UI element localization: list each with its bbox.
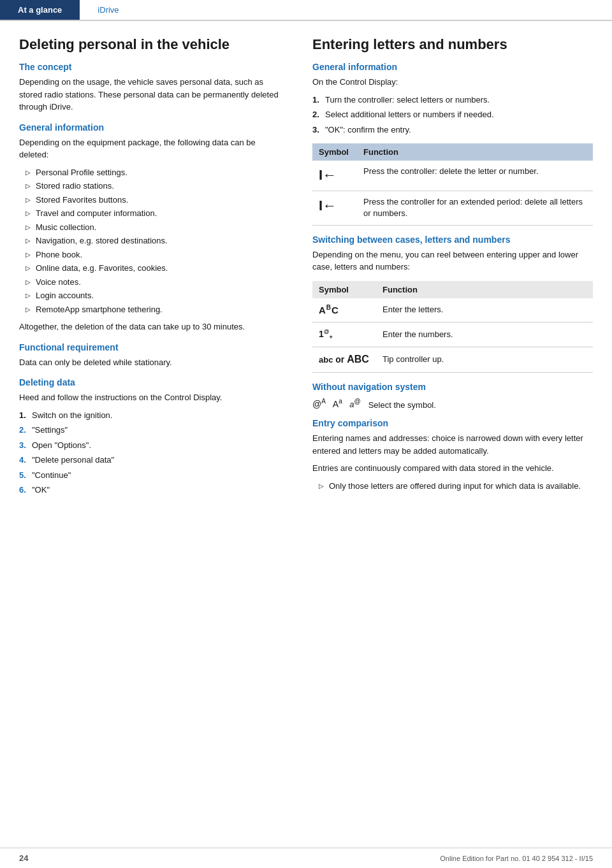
general-info-list: Personal Profile settings. Stored radio … — [19, 166, 287, 316]
functional-req-heading: Functional requirement — [19, 342, 287, 352]
without-nav-section: @A Aa a@ Select the symbol. — [312, 398, 593, 410]
num-symbol: 1@+ — [319, 328, 333, 342]
table-row: I← Press the controller: delete the lett… — [312, 161, 593, 191]
switch-table: Symbol Function ABC Enter the letters. — [312, 281, 593, 373]
function-cell: Enter the numbers. — [376, 322, 593, 347]
symbol-cell: abc or ABC — [312, 347, 376, 372]
function-col-header: Function — [376, 281, 593, 298]
entry-comparison-para1: Entering names and addresses: choice is … — [312, 432, 593, 457]
page-number: 24 — [19, 853, 28, 863]
table-row: I← Press the controller for an extended … — [312, 191, 593, 225]
function-cell: Press the controller: delete the letter … — [357, 161, 593, 191]
main-content: Deleting personal in the vehicle The con… — [0, 21, 612, 517]
list-item: RemoteApp smartphone tethering. — [19, 303, 287, 316]
general-info-intro: Depending on the equipment package, the … — [19, 136, 287, 161]
right-general-info-steps: 1. Turn the controller: select letters o… — [312, 94, 593, 136]
concept-text: Depending on the usage, the vehicle save… — [19, 76, 287, 113]
list-item: Voice notes. — [19, 276, 287, 289]
entry-comparison-para2: Entries are continuously compared with d… — [312, 462, 593, 475]
function-cell: Press the controller for an extended per… — [357, 191, 593, 225]
list-item: Navigation, e.g. stored destinations. — [19, 235, 287, 247]
symbol-col-header: Symbol — [312, 281, 376, 298]
right-general-info-heading: General information — [312, 62, 593, 72]
list-item: Stored radio stations. — [19, 180, 287, 192]
left-main-title: Deleting personal in the vehicle — [19, 36, 287, 53]
list-item: Music collection. — [19, 221, 287, 234]
list-item: Travel and computer information. — [19, 207, 287, 220]
list-item: Login accounts. — [19, 289, 287, 302]
step-item: 4. "Delete personal data" — [19, 454, 287, 467]
table-row: ABC Enter the letters. — [312, 298, 593, 322]
list-item: Personal Profile settings. — [19, 166, 287, 179]
step-item: 5. "Continue" — [19, 469, 287, 482]
symbol-table: Symbol Function I← Press the controller:… — [312, 143, 593, 225]
entry-comparison-heading: Entry comparison — [312, 418, 593, 428]
step-item: 2. Select additional letters or numbers … — [312, 108, 593, 121]
step-item: 1. Switch on the ignition. — [19, 409, 287, 422]
symbol-cell: I← — [312, 161, 357, 191]
concept-heading: The concept — [19, 62, 287, 72]
functional-req-text: Data can only be deleted while stationar… — [19, 356, 287, 369]
symbol-cell: I← — [312, 191, 357, 225]
list-item: Online data, e.g. Favorites, cookies. — [19, 262, 287, 275]
list-item: Phone book. — [19, 249, 287, 261]
right-general-info-intro: On the Control Display: — [312, 76, 593, 89]
symbol-cell: ABC — [312, 298, 376, 322]
header-tabs: At a glance iDrive — [0, 0, 612, 21]
deleting-data-heading: Deleting data — [19, 377, 287, 387]
step-item: 6. "OK" — [19, 484, 287, 496]
step-item: 3. "OK": confirm the entry. — [312, 124, 593, 136]
function-col-header: Function — [357, 143, 593, 161]
left-general-info-heading: General information — [19, 122, 287, 133]
without-nav-text: Select the symbol. — [368, 400, 436, 409]
right-column: Entering letters and numbers General inf… — [312, 36, 593, 502]
footer-text: Online Edition for Part no. 01 40 2 954 … — [440, 855, 593, 862]
switching-heading: Switching between cases, letters and num… — [312, 235, 593, 245]
step-item: 2. "Settings" — [19, 424, 287, 437]
table-row: 1@+ Enter the numbers. — [312, 322, 593, 347]
right-main-title: Entering letters and numbers — [312, 36, 593, 53]
step-item: 1. Turn the controller: select letters o… — [312, 94, 593, 106]
footer: 24 Online Edition for Part no. 01 40 2 9… — [0, 848, 612, 868]
table-row: abc or ABC Tip controller up. — [312, 347, 593, 372]
symbol-col-header: Symbol — [312, 143, 357, 161]
function-cell: Tip controller up. — [376, 347, 593, 372]
tab-idrive[interactable]: iDrive — [80, 0, 136, 20]
nav-symbols: @A Aa a@ — [312, 399, 363, 409]
left-column: Deleting personal in the vehicle The con… — [19, 36, 287, 502]
deleting-data-intro: Heed and follow the instructions on the … — [19, 391, 287, 404]
abc-or-abc-symbol: abc or ABC — [319, 354, 369, 365]
step-item: 3. Open "Options". — [19, 439, 287, 452]
tab-at-a-glance[interactable]: At a glance — [0, 0, 80, 20]
symbol-cell: 1@+ — [312, 322, 376, 347]
general-info-footer: Altogether, the deletion of the data can… — [19, 321, 287, 333]
switching-intro: Depending on the menu, you can reel betw… — [312, 249, 593, 273]
list-item: Stored Favorites buttons. — [19, 194, 287, 206]
function-cell: Enter the letters. — [376, 298, 593, 322]
list-item: Only those letters are offered during in… — [312, 480, 593, 493]
deleting-data-steps: 1. Switch on the ignition. 2. "Settings"… — [19, 409, 287, 496]
without-nav-heading: Without navigation system — [312, 382, 593, 392]
entry-comparison-list: Only those letters are offered during in… — [312, 480, 593, 493]
abc-symbol: ABC — [319, 303, 339, 317]
